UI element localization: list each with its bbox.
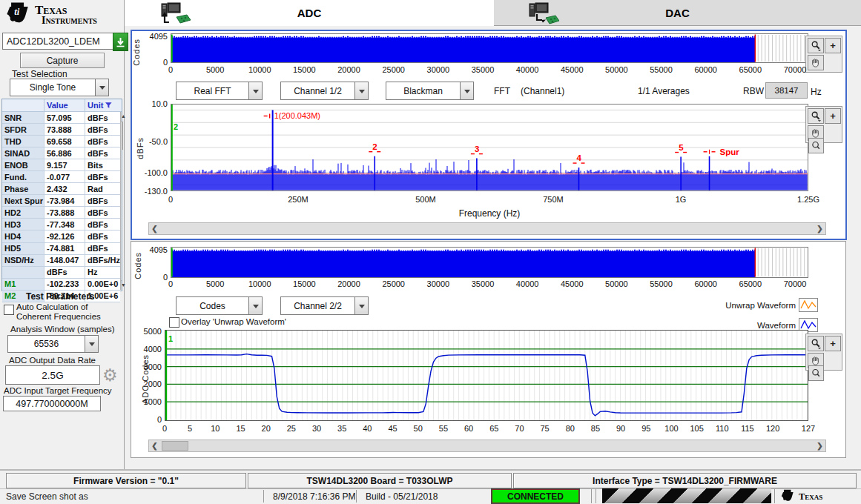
- fft-window-dropdown[interactable]: Blackman: [386, 82, 474, 100]
- table-row[interactable]: SINAD56.886dBFs: [2, 147, 120, 159]
- scroll-right-arrow[interactable]: ❯: [814, 440, 825, 451]
- zoom-tool-icon[interactable]: [808, 38, 824, 53]
- table-row[interactable]: HD3-77.348dBFs: [2, 219, 120, 231]
- rbw-label: RBW: [743, 86, 764, 96]
- table-row[interactable]: Fund.-0.077dBFs: [2, 171, 120, 183]
- filter-funnel-icon[interactable]: [105, 102, 112, 109]
- metric-unit: 0.00E+0: [85, 279, 120, 290]
- scroll-thumb[interactable]: [162, 441, 188, 451]
- time-h-scrollbar[interactable]: ❮ ❯: [148, 440, 826, 452]
- analysis-window-value: 65536: [8, 336, 85, 352]
- connection-status-text: CONNECTED: [507, 491, 564, 502]
- codes-overview-top-chart[interactable]: [171, 33, 808, 63]
- test-selection-dropdown[interactable]: Single Tone: [10, 79, 109, 96]
- x-tick-label: 15: [236, 424, 245, 433]
- legend-unwrap-waveform-icon[interactable]: [799, 298, 818, 312]
- device-selector-input[interactable]: ADC12DL3200_LDEM: [2, 33, 117, 50]
- scroll-up-arrow[interactable]: ▲: [121, 112, 122, 122]
- chevron-down-icon[interactable]: [460, 82, 473, 99]
- metric-unit: dBFs: [85, 112, 120, 123]
- metric-label: Next Spur: [2, 195, 44, 206]
- metric-unit: dBFs: [85, 136, 120, 147]
- x-tick-label: 20000: [337, 279, 360, 288]
- y-tick-label: 0: [135, 273, 168, 282]
- harmonic-marker-label: 3: [475, 145, 479, 153]
- table-row[interactable]: THD69.658dBFs: [2, 136, 120, 147]
- zoom-out-icon[interactable]: [808, 365, 824, 381]
- metric-value: -148.047: [44, 255, 85, 266]
- fft-type-dropdown[interactable]: Real FFT: [176, 82, 263, 100]
- y-tick-label: -50.0: [135, 137, 168, 146]
- metric-label: Phase: [2, 183, 44, 194]
- adc-input-freq-input[interactable]: 497.770000000M: [3, 396, 101, 411]
- auto-calc-checkbox[interactable]: [4, 305, 14, 315]
- analysis-window-dropdown[interactable]: 65536: [7, 335, 99, 353]
- x-tick-label: 70: [515, 424, 524, 433]
- zoom-tool-icon[interactable]: [808, 336, 824, 351]
- fft-h-scrollbar[interactable]: ❮ ❯: [148, 222, 826, 235]
- metrics-header-value[interactable]: Value: [44, 99, 85, 111]
- test-selection-value: Single Tone: [10, 79, 95, 96]
- chevron-down-icon[interactable]: [354, 82, 368, 99]
- x-tick-label: 90: [616, 424, 625, 433]
- table-row[interactable]: SFDR73.888dBFs: [2, 124, 120, 136]
- metrics-header-unit[interactable]: Unit: [85, 99, 112, 111]
- fft-spectrum-chart[interactable]: 1(200.043M)2345Spur2: [171, 104, 808, 191]
- test-selection-label: Test Selection: [12, 69, 67, 79]
- x-tick-label: 30000: [427, 279, 450, 288]
- zoom-out-icon[interactable]: [808, 138, 824, 153]
- crosshair-tool-icon[interactable]: +: [825, 336, 841, 351]
- overlay-unwrap-checkbox[interactable]: [169, 317, 179, 328]
- codes-overview-bottom-chart[interactable]: [171, 247, 808, 278]
- fundamental-marker-label: 1(200.043M): [274, 111, 320, 120]
- table-row[interactable]: NSD/Hz-148.047dBFs/Hz: [2, 255, 120, 267]
- board-text: TSW14DL3200 Board = T033OLWP: [306, 476, 452, 486]
- chevron-down-icon[interactable]: [354, 297, 368, 314]
- table-row[interactable]: HD4-92.126dBFs: [2, 231, 120, 242]
- device-load-button[interactable]: [113, 33, 128, 51]
- table-row[interactable]: Phase2.432Rad: [2, 183, 120, 195]
- chevron-down-icon[interactable]: [85, 336, 98, 352]
- time-domain-chart[interactable]: 1: [165, 330, 808, 421]
- x-tick-label: 0: [162, 424, 167, 433]
- metrics-table-scrollbar[interactable]: ▲ ▼: [120, 112, 122, 290]
- scroll-left-arrow[interactable]: ❮: [149, 440, 160, 451]
- gear-icon[interactable]: ⚙: [102, 365, 118, 385]
- scroll-down-arrow[interactable]: ▼: [121, 280, 122, 290]
- legend-unwrap-label[interactable]: Unwrap Waveform: [723, 301, 796, 310]
- x-tick-label: 250M: [288, 195, 309, 204]
- capture-button[interactable]: Capture: [20, 53, 105, 68]
- ti-logo-icon-footer: [780, 489, 796, 503]
- scroll-track[interactable]: [160, 440, 814, 451]
- table-row[interactable]: SNR57.095dBFs: [2, 112, 120, 124]
- table-row[interactable]: M1-102.2330.00E+0: [2, 279, 120, 291]
- tab-adc[interactable]: ADC: [125, 0, 495, 26]
- status-interface: Interface Type = TSW14DL3200_FIRMWARE: [513, 473, 857, 488]
- display-mode-dropdown[interactable]: Codes: [176, 296, 263, 315]
- x-tick-label: 60000: [694, 65, 717, 74]
- chevron-down-icon[interactable]: [95, 79, 108, 96]
- tab-dac[interactable]: DAC: [494, 0, 861, 26]
- crosshair-tool-icon[interactable]: +: [825, 38, 841, 53]
- table-row[interactable]: Next Spur-73.984dBFs: [2, 195, 120, 207]
- scroll-left-arrow[interactable]: ❮: [149, 223, 160, 234]
- scroll-thumb[interactable]: [122, 122, 123, 150]
- table-row[interactable]: dBFsHz: [2, 267, 120, 279]
- chevron-down-icon[interactable]: [248, 82, 262, 99]
- table-row[interactable]: HD2-73.888dBFs: [2, 207, 120, 219]
- table-row[interactable]: HD5-74.881dBFs: [2, 243, 120, 255]
- time-channel-dropdown[interactable]: Channel 2/2: [280, 296, 369, 315]
- zoom-tool-icon[interactable]: [808, 108, 824, 124]
- pan-hand-icon[interactable]: [808, 55, 824, 70]
- adc-output-rate-input[interactable]: 2.5G: [5, 365, 100, 385]
- table-row[interactable]: ENOB9.157Bits: [2, 159, 120, 171]
- crosshair-tool-icon[interactable]: +: [825, 108, 841, 124]
- x-tick-label: 55000: [650, 65, 673, 74]
- chevron-down-icon[interactable]: [248, 297, 262, 314]
- legend-waveform-label[interactable]: Waveform: [723, 321, 796, 330]
- fft-channel-dropdown[interactable]: Channel 1/2: [280, 82, 369, 100]
- scroll-track[interactable]: [160, 223, 814, 234]
- scroll-right-arrow[interactable]: ❯: [814, 223, 825, 234]
- harmonic-marker-label: 4: [577, 153, 582, 162]
- metric-value: -102.233: [44, 279, 85, 290]
